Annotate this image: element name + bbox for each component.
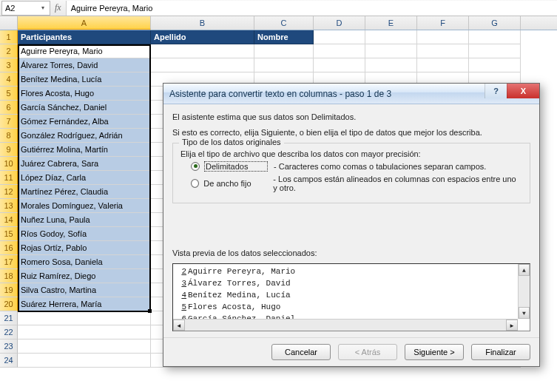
preview-scroll-vertical[interactable]: ▲ ▼: [518, 264, 530, 319]
cell-D[interactable]: [314, 44, 365, 58]
row-header[interactable]: 7: [0, 115, 18, 129]
close-button[interactable]: X: [507, 84, 539, 98]
help-button[interactable]: ?: [485, 84, 507, 98]
preview-scroll-horizontal[interactable]: ◄ ►: [173, 319, 518, 331]
row-header[interactable]: 22: [0, 325, 18, 339]
table-row: 3Álvarez Torres, David: [0, 58, 557, 72]
row-header[interactable]: 17: [0, 255, 18, 269]
cell-A[interactable]: González Rodríguez, Adrián: [18, 129, 151, 143]
cell-A[interactable]: Martínez Pérez, Claudia: [18, 185, 151, 199]
row-header[interactable]: 6: [0, 101, 18, 115]
cell-C[interactable]: [254, 58, 314, 72]
row-header[interactable]: 4: [0, 72, 18, 87]
cell-G[interactable]: [469, 30, 521, 44]
finish-button[interactable]: Finalizar: [471, 344, 530, 360]
cell-A[interactable]: Benítez Medina, Lucía: [18, 72, 151, 87]
cell-D[interactable]: [314, 30, 365, 44]
preview-line-text: Benítez Medina, Lucía: [188, 289, 291, 301]
cell-A[interactable]: Gutiérrez Molina, Martín: [18, 143, 151, 157]
cell-G[interactable]: [469, 44, 521, 58]
column-header-F[interactable]: F: [417, 16, 469, 30]
cell-E[interactable]: [365, 58, 417, 72]
column-header-C[interactable]: C: [254, 16, 314, 30]
row-header[interactable]: 20: [0, 297, 18, 311]
cancel-button[interactable]: Cancelar: [271, 344, 331, 360]
row-header[interactable]: 15: [0, 227, 18, 241]
radio-fixedwidth[interactable]: [191, 179, 199, 188]
row-header[interactable]: 1: [0, 30, 18, 44]
column-header-A[interactable]: A: [18, 16, 151, 30]
cell-F[interactable]: [417, 58, 469, 72]
row-header[interactable]: 14: [0, 213, 18, 227]
cell-A[interactable]: Participantes: [18, 30, 151, 44]
cell-C[interactable]: Nombre: [254, 30, 314, 44]
row-header[interactable]: 18: [0, 269, 18, 283]
cell-D[interactable]: [314, 58, 365, 72]
radio-delimited[interactable]: [191, 162, 200, 171]
row-header[interactable]: 2: [0, 44, 18, 58]
cell-F[interactable]: [417, 44, 469, 58]
cell-A[interactable]: [18, 339, 151, 354]
column-header-B[interactable]: B: [151, 16, 254, 30]
scroll-left-icon[interactable]: ◄: [173, 320, 185, 331]
cell-A[interactable]: Gómez Fernández, Alba: [18, 115, 151, 129]
row-header[interactable]: 21: [0, 311, 18, 325]
cell-A[interactable]: Flores Acosta, Hugo: [18, 87, 151, 101]
fx-icon[interactable]: fx: [55, 2, 61, 13]
cell-E[interactable]: [365, 44, 417, 58]
row-header[interactable]: 9: [0, 143, 18, 157]
cell-A[interactable]: Morales Domínguez, Valeria: [18, 199, 151, 213]
row-header[interactable]: 10: [0, 157, 18, 171]
row-header[interactable]: 11: [0, 171, 18, 185]
dialog-titlebar[interactable]: Asistente para convertir texto en column…: [163, 84, 539, 104]
formula-input[interactable]: Aguirre Pereyra, Mario: [66, 1, 557, 16]
cell-A[interactable]: Rojas Ortíz, Pablo: [18, 241, 151, 255]
cell-A[interactable]: [18, 325, 151, 339]
cell-A[interactable]: [18, 311, 151, 325]
radio-delimited-row[interactable]: Delimitados - Caracteres como comas o ta…: [191, 161, 522, 172]
row-header[interactable]: 16: [0, 241, 18, 255]
cell-C[interactable]: [254, 44, 314, 58]
cell-A[interactable]: López Díaz, Carla: [18, 171, 151, 185]
cell-G[interactable]: [469, 58, 521, 72]
row-header[interactable]: 13: [0, 199, 18, 213]
next-button[interactable]: Siguiente >: [405, 344, 464, 360]
cell-A[interactable]: Nuñez Luna, Paula: [18, 213, 151, 227]
row-header[interactable]: 19: [0, 283, 18, 297]
scroll-up-icon[interactable]: ▲: [519, 264, 530, 276]
cell-A[interactable]: Ruiz Ramírez, Diego: [18, 269, 151, 283]
cell-A[interactable]: Álvarez Torres, David: [18, 58, 151, 72]
cell-F[interactable]: [417, 30, 469, 44]
cell-A[interactable]: Silva Castro, Martina: [18, 283, 151, 297]
cell-A[interactable]: Aguirre Pereyra, Mario: [18, 44, 151, 58]
column-header-E[interactable]: E: [365, 16, 417, 30]
cell-A[interactable]: Juárez Cabrera, Sara: [18, 157, 151, 171]
cell-A[interactable]: Romero Sosa, Daniela: [18, 255, 151, 269]
chevron-down-icon[interactable]: ▾: [39, 4, 47, 12]
cell-A[interactable]: Ríos Godoy, Sofía: [18, 227, 151, 241]
row-header[interactable]: 12: [0, 185, 18, 199]
name-box[interactable]: A2 ▾: [1, 1, 50, 16]
cell-A[interactable]: Suárez Herrera, María: [18, 297, 151, 311]
preview-line: 2Aguirre Pereyra, Mario: [173, 266, 530, 277]
back-button[interactable]: < Atrás: [338, 344, 397, 360]
cell-A[interactable]: [18, 354, 151, 368]
scroll-right-icon[interactable]: ►: [506, 320, 518, 331]
radio-delimited-label: Delimitados: [204, 161, 268, 172]
cell-B[interactable]: [151, 44, 254, 58]
column-header-D[interactable]: D: [314, 16, 365, 30]
column-header-G[interactable]: G: [469, 16, 521, 30]
row-header[interactable]: 3: [0, 58, 18, 72]
radio-fixedwidth-row[interactable]: De ancho fijo - Los campos están alinead…: [191, 175, 522, 192]
select-all-corner[interactable]: [0, 16, 18, 30]
row-header[interactable]: 5: [0, 87, 18, 101]
cell-B[interactable]: Apellido: [151, 30, 254, 44]
dialog-intro-2: Si esto es correcto, elija Siguiente, o …: [172, 127, 530, 138]
row-header[interactable]: 8: [0, 129, 18, 143]
scroll-down-icon[interactable]: ▼: [519, 307, 530, 319]
row-header[interactable]: 24: [0, 354, 18, 368]
row-header[interactable]: 23: [0, 339, 18, 354]
cell-A[interactable]: García Sánchez, Daniel: [18, 101, 151, 115]
cell-B[interactable]: [151, 58, 254, 72]
cell-E[interactable]: [365, 30, 417, 44]
